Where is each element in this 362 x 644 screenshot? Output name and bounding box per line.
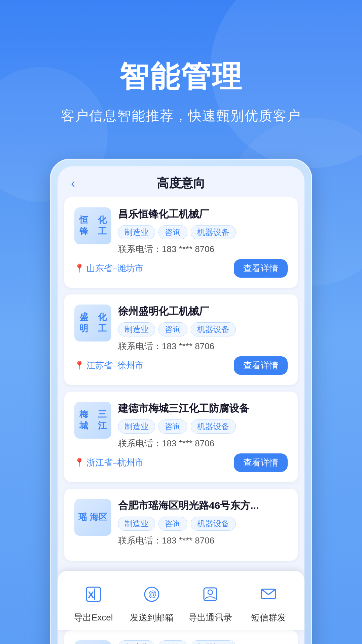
phone-bottom-bar: X 导出Excel @ [58,571,304,630]
email-icon: @ [138,581,165,608]
phone-number-2: 联系电话：183 **** 8706 [118,340,288,352]
customer-cards-container: 恒 锋 化 工 昌乐恒锋化工机械厂 制造业 咨询 机器设备 联系电话 [58,197,304,574]
action-excel[interactable]: X 导出Excel [64,581,123,623]
avatar-3: 梅 城 三 江 [74,402,111,439]
detail-button-3[interactable]: 查看详情 [234,453,288,472]
card-info-4: 合肥市瑶海区明光路46号东方... 制造业 咨询 机器设备 联系电话：183 *… [118,499,288,547]
phone-mockup: ‹ 高度意向 恒 锋 化 工 昌乐恒锋化工机械厂 [50,159,312,644]
tags-3: 制造业 咨询 机器设备 [118,419,288,434]
location-2: 📍 江苏省–徐州市 [74,360,144,371]
partial-tag-1: 制造业 [118,640,155,644]
tag-equipment-1: 机器设备 [191,225,236,239]
partial-customer-card: 姚 沟 镇 制造业 咨询 机器设备 [64,630,298,644]
phone-number-1: 联系电话：183 **** 8706 [118,243,288,255]
card-bottom-3: 📍 浙江省–杭州市 查看详情 [74,453,288,472]
detail-button-1[interactable]: 查看详情 [234,259,288,278]
tag-consulting-1: 咨询 [158,225,187,239]
sub-title: 客户信息智能推荐，快速甄别优质客户 [0,107,362,125]
tag-manufacturing-2: 制造业 [118,322,155,336]
svg-point-6 [208,590,213,595]
location-icon-2: 📍 [74,361,84,370]
tag-manufacturing-1: 制造业 [118,225,155,239]
customer-card-1: 恒 锋 化 工 昌乐恒锋化工机械厂 制造业 咨询 机器设备 联系电话 [64,197,298,288]
tag-manufacturing-4: 制造业 [118,517,155,531]
location-icon-3: 📍 [74,458,84,467]
customer-card-3: 梅 城 三 江 建德市梅城三江化工防腐设备 制造业 咨询 机器设备 [64,392,298,482]
action-email[interactable]: @ 发送到邮箱 [123,581,181,623]
svg-text:X: X [88,590,94,600]
contacts-label: 导出通讯录 [188,612,232,623]
excel-label: 导出Excel [74,612,113,623]
svg-text:@: @ [148,589,157,599]
location-3: 📍 浙江省–杭州市 [74,457,144,469]
phone-screen-title: 高度意向 [157,175,205,192]
phone-screen: ‹ 高度意向 恒 锋 化 工 昌乐恒锋化工机械厂 [58,166,304,644]
phone-number-4: 联系电话：183 **** 8706 [118,535,288,547]
detail-button-2[interactable]: 查看详情 [234,356,288,375]
company-name-1: 昌乐恒锋化工机械厂 [118,207,288,220]
company-name-2: 徐州盛明化工机械厂 [118,305,288,318]
background: 智能管理 客户信息智能推荐，快速甄别优质客户 ‹ 高度意向 恒 锋 [0,0,362,644]
card-bottom-1: 📍 山东省–潍坊市 查看详情 [74,259,288,278]
phone-header: ‹ 高度意向 [58,166,304,197]
main-title: 智能管理 [0,61,362,93]
partial-avatar: 姚 沟 镇 [74,640,111,644]
tag-manufacturing-3: 制造业 [118,419,155,434]
partial-tags: 制造业 咨询 机器设备 [118,640,288,644]
phone-number-3: 联系电话：183 **** 8706 [118,438,288,449]
phone-mockup-container: ‹ 高度意向 恒 锋 化 工 昌乐恒锋化工机械厂 [0,159,362,644]
partial-card-info: 制造业 咨询 机器设备 [118,640,288,644]
email-label: 发送到邮箱 [130,612,174,623]
tag-equipment-3: 机器设备 [191,419,236,434]
partial-tag-2: 咨询 [158,640,187,644]
bottom-actions: X 导出Excel @ [64,581,298,623]
partial-tag-3: 机器设备 [191,640,236,644]
card-info-1: 昌乐恒锋化工机械厂 制造业 咨询 机器设备 联系电话：183 **** 8706 [118,207,288,255]
company-name-3: 建德市梅城三江化工防腐设备 [118,402,288,415]
card-bottom-2: 📍 江苏省–徐州市 查看详情 [74,356,288,375]
location-icon-1: 📍 [74,264,84,273]
tag-equipment-2: 机器设备 [191,322,236,336]
action-contacts[interactable]: 导出通讯录 [181,581,240,623]
tags-2: 制造业 咨询 机器设备 [118,322,288,336]
avatar-4: 瑶 海 区 [74,499,111,536]
avatar-1: 恒 锋 化 工 [74,207,111,244]
sms-icon [255,581,282,608]
contacts-icon [197,581,224,608]
header-section: 智能管理 客户信息智能推荐，快速甄别优质客户 [0,0,362,145]
sms-label: 短信群发 [251,612,286,623]
tag-consulting-3: 咨询 [158,419,187,434]
customer-card-4: 瑶 海 区 合肥市瑶海区明光路46号东方... 制造业 咨询 机器设备 [64,489,298,561]
excel-icon: X [80,581,107,608]
customer-card-2: 盛 明 化 工 徐州盛明化工机械厂 制造业 咨询 机器设备 联系电话 [64,294,298,385]
tag-equipment-4: 机器设备 [191,517,236,531]
action-sms[interactable]: 短信群发 [240,581,298,623]
tags-4: 制造业 咨询 机器设备 [118,517,288,531]
tag-consulting-4: 咨询 [158,517,187,531]
card-info-3: 建德市梅城三江化工防腐设备 制造业 咨询 机器设备 联系电话：183 **** … [118,402,288,449]
card-info-2: 徐州盛明化工机械厂 制造业 咨询 机器设备 联系电话：183 **** 8706 [118,305,288,352]
location-1: 📍 山东省–潍坊市 [74,263,144,274]
avatar-2: 盛 明 化 工 [74,305,111,341]
tags-1: 制造业 咨询 机器设备 [118,225,288,239]
company-name-4: 合肥市瑶海区明光路46号东方... [118,499,288,512]
tag-consulting-2: 咨询 [158,322,187,336]
back-button[interactable]: ‹ [71,176,75,191]
